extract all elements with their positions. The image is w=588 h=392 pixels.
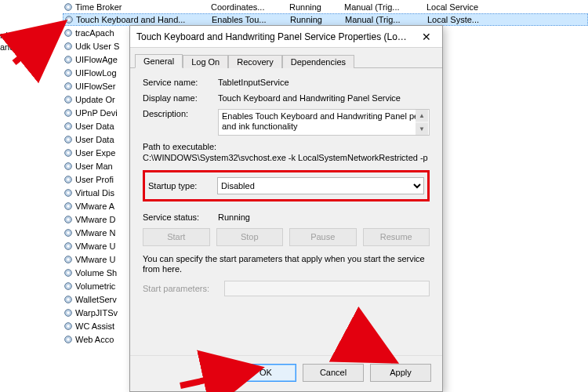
- value-display-name: Touch Keyboard and Handwriting Panel Ser…: [218, 93, 430, 103]
- value-service-name: TabletInputService: [218, 78, 430, 87]
- gear-icon: [63, 267, 74, 278]
- start-params-input: [224, 281, 430, 296]
- apply-button[interactable]: Apply: [370, 364, 431, 382]
- gear-icon: [63, 121, 74, 132]
- description-box[interactable]: Enables Touch Keyboard and Handwriting P…: [218, 109, 430, 136]
- svg-point-21: [67, 138, 70, 141]
- svg-point-25: [67, 165, 70, 168]
- tab-general[interactable]: General: [135, 54, 183, 68]
- service-status: Running: [290, 15, 345, 24]
- svg-point-37: [67, 245, 70, 248]
- label-description: Description:: [143, 109, 218, 118]
- svg-point-5: [67, 31, 70, 34]
- gear-icon: [63, 227, 74, 238]
- startup-type-select[interactable]: Disabled: [217, 177, 424, 194]
- svg-point-35: [67, 231, 70, 234]
- ok-button[interactable]: OK: [235, 364, 296, 382]
- dialog-titlebar[interactable]: Touch Keyboard and Handwriting Panel Ser…: [130, 26, 442, 48]
- svg-point-33: [67, 218, 70, 221]
- gear-icon: [63, 81, 74, 92]
- service-logon: Local Syste...: [427, 15, 498, 24]
- close-icon[interactable]: ✕: [411, 26, 442, 48]
- service-desc: Enables Tou...: [212, 15, 290, 24]
- gear-icon: [63, 67, 74, 78]
- service-name: Time Broker: [74, 2, 211, 12]
- service-name: Touch Keyboard and Hand...: [74, 15, 212, 24]
- scroll-down-icon[interactable]: ▼: [416, 123, 428, 135]
- svg-point-45: [67, 298, 70, 301]
- svg-point-27: [67, 178, 70, 181]
- svg-point-49: [67, 325, 70, 328]
- svg-point-29: [67, 191, 70, 194]
- svg-point-17: [67, 111, 70, 114]
- label-service-name: Service name:: [143, 78, 218, 87]
- value-service-status: Running: [218, 212, 250, 222]
- gear-icon: [63, 147, 74, 158]
- svg-point-3: [67, 18, 71, 21]
- svg-point-43: [67, 285, 70, 288]
- svg-point-51: [67, 338, 70, 341]
- gear-icon: [63, 174, 74, 185]
- service-startup: Manual (Trig...: [344, 2, 426, 12]
- service-row[interactable]: Touch Keyboard and Hand...Enables Tou...…: [63, 13, 588, 26]
- gear-icon: [63, 187, 74, 198]
- gear-icon: [63, 41, 74, 52]
- gear-icon: [63, 281, 74, 292]
- label-display-name: Display name:: [143, 93, 218, 103]
- tab-recovery[interactable]: Recovery: [228, 55, 281, 68]
- gear-icon: [63, 201, 74, 212]
- stop-button[interactable]: Stop: [216, 228, 284, 246]
- svg-point-19: [67, 125, 70, 128]
- label-service-status: Service status:: [143, 212, 218, 222]
- gear-icon: [63, 94, 74, 105]
- cancel-button[interactable]: Cancel: [303, 364, 364, 382]
- svg-point-7: [67, 45, 70, 48]
- gear-icon: [63, 54, 74, 65]
- service-logon: Local Service: [426, 2, 497, 12]
- svg-point-31: [67, 205, 70, 208]
- dialog-tabs: General Log On Recovery Dependencies: [130, 48, 442, 68]
- pause-button[interactable]: Pause: [289, 228, 357, 246]
- service-status: Running: [289, 2, 344, 12]
- svg-point-9: [67, 58, 70, 61]
- gear-icon: [63, 294, 74, 305]
- svg-point-47: [67, 311, 70, 314]
- gear-icon: [63, 241, 74, 252]
- svg-point-39: [67, 258, 70, 261]
- gear-icon: [63, 334, 74, 345]
- service-desc: Coordinates...: [211, 2, 289, 12]
- description-scrollbar[interactable]: ▲ ▼: [416, 110, 428, 135]
- svg-point-41: [67, 271, 70, 274]
- gear-icon: [63, 161, 74, 172]
- gear-icon: [63, 134, 74, 145]
- dialog-title: Touch Keyboard and Handwriting Panel Ser…: [136, 31, 411, 42]
- gear-icon: [63, 2, 74, 13]
- start-params-hint: You can specify the start parameters tha…: [143, 254, 430, 274]
- svg-point-1: [67, 5, 70, 9]
- gear-icon: [63, 254, 74, 265]
- service-properties-dialog: Touch Keyboard and Handwriting Panel Ser…: [129, 25, 443, 392]
- gear-icon: [63, 321, 74, 332]
- tab-logon[interactable]: Log On: [183, 55, 228, 68]
- gear-icon: [63, 214, 74, 225]
- dialog-footer: OK Cancel Apply: [130, 355, 442, 391]
- label-startup-type: Startup type:: [148, 181, 217, 191]
- start-button[interactable]: Start: [143, 228, 210, 246]
- background-text-snippet: rd and and ink: [0, 30, 27, 53]
- startup-type-row: Startup type: Disabled: [143, 170, 430, 201]
- service-startup: Manual (Trig...: [345, 15, 427, 24]
- gear-icon: [64, 14, 74, 25]
- gear-icon: [63, 27, 74, 38]
- svg-point-11: [67, 71, 70, 74]
- resume-button[interactable]: Resume: [363, 228, 430, 246]
- svg-point-23: [67, 151, 70, 154]
- scroll-up-icon[interactable]: ▲: [416, 110, 428, 122]
- tab-dependencies[interactable]: Dependencies: [282, 55, 354, 68]
- svg-point-15: [67, 98, 70, 101]
- service-row[interactable]: Time BrokerCoordinates...RunningManual (…: [63, 0, 588, 13]
- svg-point-13: [67, 85, 70, 88]
- gear-icon: [63, 307, 74, 318]
- value-path: C:\WINDOWS\System32\svchost.exe -k Local…: [143, 153, 430, 162]
- label-path: Path to executable:: [143, 142, 430, 151]
- general-panel: Service name: TabletInputService Display…: [130, 68, 442, 307]
